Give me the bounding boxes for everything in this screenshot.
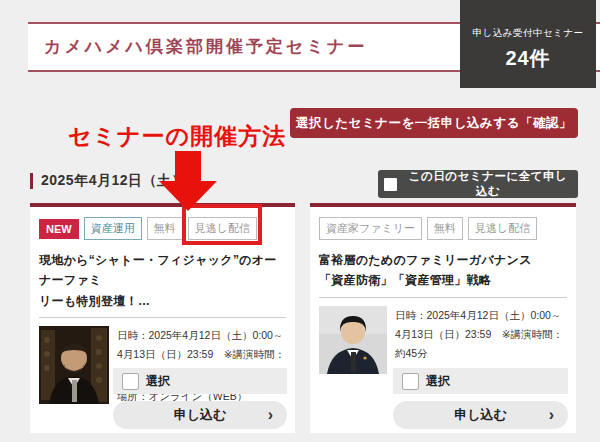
checkbox-icon	[384, 178, 397, 191]
select-row[interactable]: 選択	[393, 368, 568, 394]
date-accent-bar	[30, 173, 33, 189]
category-badge: 資産運用	[84, 217, 142, 240]
seminar-card-2: 資産家ファミリー 無料 見逃し配信 富裕層のためのファミリーガバナンス 「資産防…	[310, 203, 576, 433]
select-label: 選択	[146, 373, 170, 390]
badge-row: NEW 資産運用 無料 見逃し配信	[39, 217, 286, 240]
select-row[interactable]: 選択	[113, 368, 287, 394]
speaker-photo-studio	[319, 306, 387, 374]
chevron-right-icon: ›	[549, 407, 554, 423]
apply-button-label: 申し込む	[174, 406, 227, 424]
down-arrow-head-icon	[159, 181, 217, 211]
seminar-datetime: 日時：2025年4月12日（土）0:00～4月13日（日）23:59 ※講演時間…	[395, 306, 567, 363]
seminar-title-line2: 「資産防衛」「資産管理」戦略	[319, 270, 567, 290]
bulk-apply-confirm-button[interactable]: 選択したセミナーを一括申し込みする「確認」	[290, 108, 578, 138]
category-badge: 資産家ファミリー	[319, 217, 422, 240]
speaker-photo-wine-cellar	[39, 326, 109, 404]
replay-badge: 見逃し配信	[188, 217, 257, 240]
seminar-title-line1: 富裕層のためのファミリーガバナンス	[319, 250, 567, 270]
badge-row: 資産家ファミリー 無料 見逃し配信	[319, 217, 567, 240]
seminar-title-line1: 現地から“シャトー・フィジャック”のオーナーファミ	[39, 250, 286, 291]
replay-badge-label: 見逃し配信	[195, 222, 250, 234]
seminar-title: 富裕層のためのファミリーガバナンス 「資産防衛」「資産管理」戦略	[319, 250, 567, 298]
free-badge: 無料	[427, 217, 463, 240]
apply-button-label: 申し込む	[454, 406, 507, 424]
accepting-seminars-counter: 申し込み受付中セミナー 24件	[460, 0, 596, 88]
seminar-card-1: NEW 資産運用 無料 見逃し配信 現地から“シャトー・フィジャック”のオーナー…	[30, 203, 295, 433]
counter-value: 24件	[460, 45, 596, 72]
replay-badge: 見逃し配信	[468, 217, 537, 240]
select-checkbox[interactable]	[122, 373, 139, 390]
new-badge: NEW	[39, 219, 79, 239]
free-badge: 無料	[147, 217, 183, 240]
seminar-title: 現地から“シャトー・フィジャック”のオーナーファミ リーも特別登壇！…	[39, 250, 286, 318]
chevron-right-icon: ›	[268, 407, 273, 423]
apply-all-day-button[interactable]: この日のセミナーに全て申し込む	[378, 170, 578, 198]
seminar-title-line2: リーも特別登壇！…	[39, 291, 286, 311]
counter-label: 申し込み受付中セミナー	[460, 27, 596, 40]
select-label: 選択	[426, 373, 450, 390]
apply-button[interactable]: 申し込む ›	[113, 401, 287, 429]
annotation-label: セミナーの開催方法	[68, 121, 286, 152]
apply-button[interactable]: 申し込む ›	[393, 401, 568, 429]
down-arrow-icon	[175, 151, 201, 182]
apply-all-label: この日のセミナーに全て申し込む	[404, 169, 572, 199]
select-checkbox[interactable]	[402, 373, 419, 390]
